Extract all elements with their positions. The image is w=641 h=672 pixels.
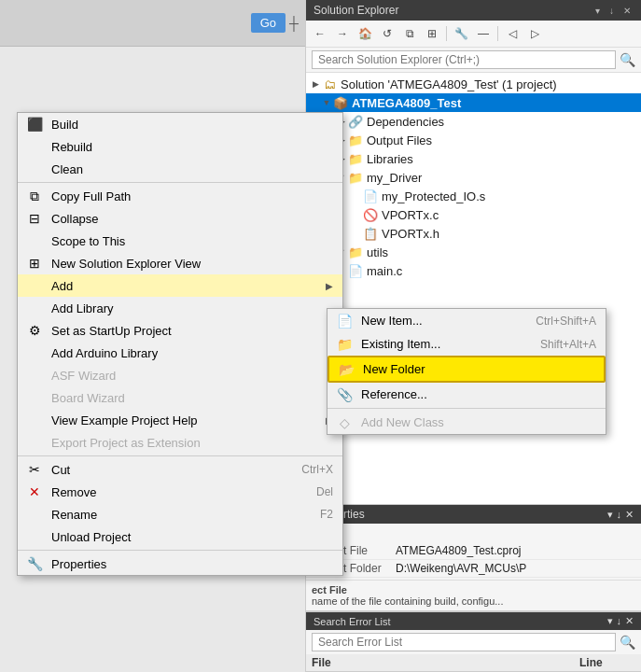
el-pin-icon[interactable]: ▾ bbox=[607, 615, 613, 627]
submenu-item-existing-item[interactable]: 📁 Existing Item... Shift+Alt+A bbox=[327, 332, 606, 356]
submenu-label-new-item: New Item... bbox=[361, 314, 517, 328]
se-titlebar: Solution Explorer ▾ ↓ ✕ bbox=[306, 0, 641, 21]
forward-button[interactable]: → bbox=[332, 23, 353, 44]
tree-label-mydriver: my_Driver bbox=[367, 171, 422, 185]
tree-item-dependencies[interactable]: ▶ 🔗 Dependencies bbox=[306, 112, 641, 131]
tree-item-libraries[interactable]: ▶ 📁 Libraries bbox=[306, 149, 641, 168]
menu-label-startup: Set as StartUp Project bbox=[51, 324, 333, 338]
menu-label-cut: Cut bbox=[51, 463, 283, 477]
menu-item-remove[interactable]: ✕ Remove Del bbox=[18, 481, 342, 503]
rename-shortcut: F2 bbox=[320, 508, 333, 521]
dependencies-icon: 🔗 bbox=[347, 114, 364, 129]
menu-item-rename[interactable]: Rename F2 bbox=[18, 503, 342, 525]
menu-item-asf-wizard: ASF Wizard bbox=[18, 364, 342, 386]
h-file-icon: 📋 bbox=[362, 226, 379, 241]
refresh-button[interactable]: ↺ bbox=[377, 23, 397, 44]
props-pin-icon[interactable]: ▾ bbox=[607, 509, 613, 521]
se-search-input[interactable] bbox=[312, 50, 616, 69]
menu-label-copy-path: Copy Full Path bbox=[51, 189, 333, 203]
tree-item-output[interactable]: ▶ 📁 Output Files bbox=[306, 131, 641, 149]
new-folder-icon: 📂 bbox=[337, 362, 355, 377]
back-button[interactable]: ← bbox=[310, 23, 330, 44]
menu-label-new-view: New Solution Explorer View bbox=[51, 257, 333, 271]
el-col-line-header: Line bbox=[579, 656, 635, 669]
submenu-item-new-folder[interactable]: 📂 New Folder bbox=[327, 356, 606, 383]
el-search-icon: 🔍 bbox=[620, 635, 635, 650]
remove-icon: ✕ bbox=[25, 484, 44, 499]
tree-item-solution[interactable]: ▶ 🗂 Solution 'ATMEGA4809_Test' (1 projec… bbox=[306, 75, 641, 93]
error-list-titlebar: Search Error List ▾ ↓ ✕ bbox=[306, 612, 641, 630]
tree-label-vportx-c: VPORTx.c bbox=[382, 208, 439, 222]
menu-label-build: Build bbox=[51, 118, 333, 132]
reference-icon: 📎 bbox=[335, 387, 354, 402]
el-close-icon[interactable]: ✕ bbox=[625, 615, 634, 627]
menu-item-arduino-lib[interactable]: Add Arduino Library bbox=[18, 342, 342, 364]
build-icon: ⬛ bbox=[25, 117, 44, 132]
tree-item-project[interactable]: ▼ 📦 ATMEGA4809_Test bbox=[306, 93, 641, 112]
close-icon[interactable]: ✕ bbox=[620, 5, 634, 17]
pin-icon: ┼ bbox=[289, 16, 299, 31]
existing-item-icon: 📁 bbox=[335, 337, 354, 352]
copy-button[interactable]: ⧉ bbox=[399, 23, 420, 44]
menu-item-example-help[interactable]: View Example Project Help ▶ bbox=[18, 409, 342, 431]
menu-item-collapse[interactable]: ⊟ Collapse bbox=[18, 207, 342, 230]
props-row-folder: Project Folder D:\Weikeng\AVR_MCUs\P bbox=[306, 560, 641, 578]
el-col-file-header: File bbox=[312, 656, 579, 669]
menu-label-asf-wizard: ASF Wizard bbox=[51, 369, 333, 383]
copy-icon: ⧉ bbox=[25, 189, 44, 204]
new-class-icon: ◇ bbox=[335, 415, 354, 430]
submenu-label-new-folder: New Folder bbox=[363, 362, 576, 376]
tree-item-protected-io[interactable]: 📄 my_Protected_IO.s bbox=[306, 187, 641, 205]
error-list: Search Error List ▾ ↓ ✕ 🔍 File Line bbox=[306, 610, 641, 672]
menu-item-build[interactable]: ⬛ Build bbox=[18, 113, 342, 135]
tree-item-utils[interactable]: ▼ 📁 utils bbox=[306, 243, 641, 261]
submenu-item-new-item[interactable]: 📄 New Item... Ctrl+Shift+A bbox=[327, 309, 606, 332]
menu-item-cut[interactable]: ✂ Cut Ctrl+X bbox=[18, 458, 342, 481]
menu-item-rebuild[interactable]: Rebuild bbox=[18, 135, 342, 158]
tree-label-output: Output Files bbox=[367, 133, 432, 147]
new-view-button[interactable]: ⊞ bbox=[422, 23, 442, 44]
tree-item-main[interactable]: 📄 main.c bbox=[306, 261, 641, 280]
tree-item-vportx-h[interactable]: 📋 VPORTx.h bbox=[306, 224, 641, 243]
menu-item-add-library[interactable]: Add Library bbox=[18, 297, 342, 319]
error-list-search-label: Search Error List bbox=[314, 616, 391, 627]
tree-label-project: ATMEGA4809_Test bbox=[352, 96, 461, 110]
menu-label-board-wizard: Board Wizard bbox=[51, 391, 333, 405]
add-arrow-icon: ▶ bbox=[326, 281, 333, 291]
tree-label-main: main.c bbox=[367, 264, 402, 278]
el-dock-icon[interactable]: ↓ bbox=[617, 615, 622, 627]
menu-item-properties[interactable]: 🔧 Properties bbox=[18, 553, 342, 575]
go-button[interactable]: Go bbox=[251, 13, 286, 33]
el-search-input[interactable] bbox=[312, 633, 616, 651]
submenu-item-reference[interactable]: 📎 Reference... bbox=[327, 383, 606, 406]
menu-item-clean[interactable]: Clean bbox=[18, 158, 342, 180]
pin-icon[interactable]: ▾ bbox=[592, 5, 603, 17]
props-dock-icon[interactable]: ↓ bbox=[617, 509, 622, 521]
props-description: name of the file containing build, confi… bbox=[312, 595, 503, 607]
menu-item-unload[interactable]: Unload Project bbox=[18, 525, 342, 548]
props-val-folder: D:\Weikeng\AVR_MCUs\P bbox=[396, 562, 526, 575]
tree-arrow: ▶ bbox=[310, 79, 321, 89]
tree-item-mydriver[interactable]: ▼ 📁 my_Driver bbox=[306, 168, 641, 187]
tree-label-vportx-h: VPORTx.h bbox=[382, 227, 439, 241]
se-title-icons: ▾ ↓ ✕ bbox=[592, 5, 634, 17]
menu-item-add[interactable]: Add ▶ bbox=[18, 274, 342, 297]
solution-icon: 🗂 bbox=[321, 77, 338, 91]
tree-item-vportx-c[interactable]: 🚫 VPORTx.c bbox=[306, 205, 641, 224]
props-close-icon[interactable]: ✕ bbox=[625, 509, 634, 521]
submenu-label-reference: Reference... bbox=[361, 387, 578, 401]
home-button[interactable]: 🏠 bbox=[355, 23, 375, 44]
menu-item-scope[interactable]: Scope to This bbox=[18, 230, 342, 252]
ide-top-bar: Go ┼ bbox=[0, 0, 306, 47]
menu-item-new-view[interactable]: ⊞ New Solution Explorer View bbox=[18, 252, 342, 274]
minimize-button[interactable]: — bbox=[473, 23, 494, 44]
collapse-icon: ⊟ bbox=[25, 211, 44, 226]
next-button[interactable]: ▷ bbox=[524, 23, 545, 44]
menu-item-copy-path[interactable]: ⧉ Copy Full Path bbox=[18, 185, 342, 207]
properties-icon: 🔧 bbox=[25, 556, 44, 571]
dock-icon[interactable]: ↓ bbox=[606, 5, 617, 17]
submenu-item-new-class: ◇ Add New Class bbox=[327, 411, 606, 434]
menu-item-startup[interactable]: ⚙ Set as StartUp Project bbox=[18, 319, 342, 342]
settings-button[interactable]: 🔧 bbox=[451, 23, 471, 44]
prev-button[interactable]: ◁ bbox=[502, 23, 523, 44]
